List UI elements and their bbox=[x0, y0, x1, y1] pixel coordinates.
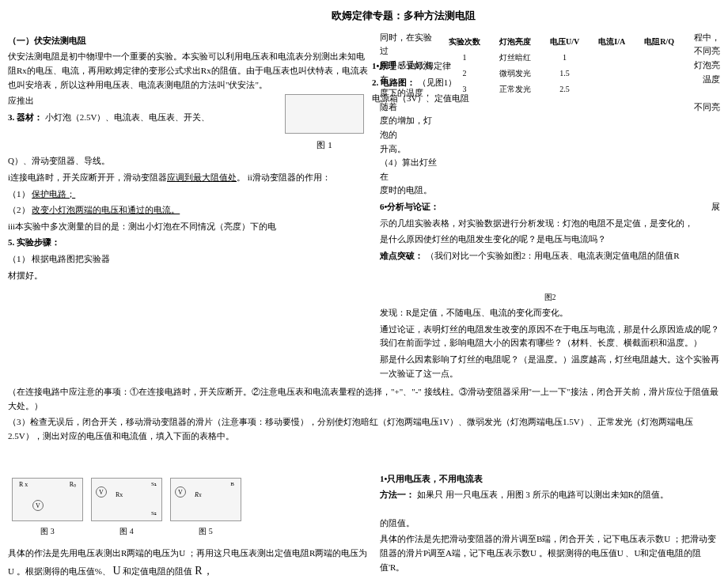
voltmeter-icon: V bbox=[32, 500, 44, 511]
cell: 1.5 bbox=[540, 66, 589, 81]
intro-text: 伏安法测电阻是初中物理中一个重要的实验。本实验可以利用电压表和电流表分别测出未知… bbox=[8, 50, 372, 92]
note1-label: （1） bbox=[8, 189, 30, 199]
circuit-text: （见图1） bbox=[418, 78, 457, 87]
method1-detail: 具体的作法是先用电压表测出R两端的电压为U ；再用这只电压表测出定值电阻R两端的… bbox=[8, 547, 372, 561]
note-iii: iii本实验中多次测量的目的是：测出小灯泡在不同情况（亮度）下的电 bbox=[8, 220, 372, 234]
ab-label: B bbox=[230, 480, 234, 489]
cell bbox=[589, 66, 635, 81]
circuit-label: 2. 电路图： bbox=[372, 78, 415, 87]
right-text2: 具体的作法是先把滑动变阻器的滑片调至B端，闭合开关，记下电压表示数U ；把滑动变… bbox=[380, 532, 720, 574]
conclusion2: 那是什么因素影响了灯丝的电阻呢？（是温度。）温度越高，灯丝电阻越大。这个实验再一… bbox=[380, 353, 720, 380]
rs-step4-label: （4）算出灯丝在 bbox=[380, 156, 439, 184]
fig2-label: 图2 bbox=[380, 291, 720, 304]
rs-end1: 程中， bbox=[692, 31, 720, 45]
note1-text: 保护电路； bbox=[32, 189, 75, 199]
rs-intro: 同时，在实验过 bbox=[380, 31, 439, 59]
rx-label-5: RX bbox=[195, 490, 202, 501]
note-i: i连接电路时，开关应断开开，滑动变阻器 bbox=[8, 172, 167, 182]
section-1-header: （一）伏安法测电阻 bbox=[8, 34, 372, 48]
sec6-1: 示的几组实验表格，对实验数据进行分析发现：灯泡的电阻不是定值，是变化的， bbox=[380, 217, 720, 231]
m1-calc1b: 和定值电阻的阻值 bbox=[123, 566, 192, 576]
rx-label: R x bbox=[19, 480, 28, 490]
r0-label: R₀ bbox=[70, 480, 76, 490]
cell bbox=[589, 81, 635, 97]
note-i-end: 。 ii滑动变阻器的作用： bbox=[237, 172, 331, 182]
principle-text: 由欧姆定律 bbox=[408, 61, 451, 70]
rs-intro5: 升高。 bbox=[380, 142, 439, 157]
table-header-row: 实验次数 灯泡亮度 电压U/V 电流I/A 电阻R/Q bbox=[439, 34, 684, 50]
page-title: 欧姆定律专题：多种方法测电阻 bbox=[87, 8, 720, 25]
method1-label: 方法一： bbox=[380, 490, 415, 499]
discover: 发现：R是定值，不随电压、电流的变化而变化。 bbox=[380, 306, 720, 320]
th-3: 电压U/V bbox=[540, 34, 589, 50]
fig1-label: 图 1 bbox=[277, 138, 372, 153]
voltmeter-icon: V bbox=[175, 486, 186, 498]
fig5-label: 图 5 bbox=[166, 525, 245, 538]
note2-text: 改变小灯泡两端的电压和通过的电流。 bbox=[32, 205, 180, 214]
fig3-label: 图 3 bbox=[8, 525, 87, 538]
th-1: 实验次数 bbox=[439, 34, 490, 50]
equipment-text3: Q）、滑动变阻器、导线。 bbox=[8, 154, 372, 168]
sec6-text: 展 bbox=[711, 200, 720, 214]
equipment-text2: 电源箱（3V）、定值电阻 bbox=[372, 92, 530, 106]
th-5: 电阻R/Q bbox=[635, 34, 684, 50]
equipment-label: 3. 器材： bbox=[8, 112, 43, 122]
note2-label: （2） bbox=[8, 205, 30, 214]
rs-end2: 不同亮 bbox=[692, 44, 720, 59]
m1-u: U bbox=[113, 565, 121, 577]
sec6-2: 是什么原因使灯丝的电阻发生变化的呢？是电压与电流吗？ bbox=[380, 233, 720, 247]
voltmeter-icon: V bbox=[96, 486, 107, 498]
rs-step4-text: 度时的电阻。 bbox=[380, 184, 439, 198]
circuit-diagram-1 bbox=[285, 94, 364, 134]
cell bbox=[635, 81, 684, 97]
s2-label: S₂ bbox=[151, 509, 157, 518]
step5-1-text: 根据电路图把实验器 bbox=[32, 254, 110, 263]
circuit-3: R x R₀ V bbox=[12, 478, 83, 521]
s1-label: S₁ bbox=[151, 480, 157, 489]
equipment-text: 小灯泡（2.5V）、电流表、电压表、开关、 bbox=[45, 112, 210, 122]
m1-calc1: U 。根据测得的电压值%、 bbox=[8, 566, 111, 576]
right-text1: 的阻值。 bbox=[380, 517, 720, 531]
conclusion: 通过论证，表明灯丝的电阻发生改变的原因不在于电压与电流，那是什么原因造成的呢？我… bbox=[380, 323, 720, 350]
warning-text: （在连接电路中应注意的事项：①在连接电路时，开关应断开。②注意电压表和电流表量程… bbox=[8, 385, 720, 413]
rx-label-4: Rx bbox=[116, 490, 123, 501]
rs-end5: 不同亮 bbox=[692, 100, 720, 115]
cell bbox=[635, 66, 684, 81]
method-header: 1•只用电压表，不用电流表 bbox=[380, 472, 720, 486]
step5-label: 5. 实验步骤： bbox=[8, 236, 372, 250]
th-2: 灯泡亮度 bbox=[490, 34, 540, 50]
step3-text: （3）检查无误后，闭合开关，移动滑动变阻器的滑片（注意事项：移动要慢），分别使灯… bbox=[8, 415, 720, 443]
fig4-label: 图 4 bbox=[87, 525, 166, 538]
difficult-text: （我们对比一个实验如图2：用电压表、电流表测定值电阻的阻值R bbox=[426, 251, 680, 260]
cell bbox=[589, 50, 635, 66]
cell: 2.5 bbox=[540, 81, 589, 97]
method1-text: 如果只 用一只电压表，用图 3 所示的电路可以测出未知R的阻值。 bbox=[417, 490, 669, 499]
difficult-label: 难点突破： bbox=[380, 251, 423, 260]
cell: 1 bbox=[540, 50, 589, 66]
note-i-underline: 应调到最大阻值处 bbox=[167, 172, 237, 182]
figure-1-box: 图 1 bbox=[277, 94, 372, 152]
rs-end4: 温度 bbox=[692, 73, 720, 87]
principle-label: 1•原理： bbox=[372, 61, 405, 70]
cell bbox=[635, 50, 684, 66]
th-4: 电流I/A bbox=[589, 34, 635, 50]
rs-intro4: 度的增加，灯泡的 bbox=[380, 114, 439, 142]
step5-1-end: 材摆好。 bbox=[8, 269, 372, 283]
sec6-label: 6•分析与论证： bbox=[380, 202, 439, 211]
rs-end3: 灯泡亮 bbox=[692, 59, 720, 73]
circuit-5: RX B V bbox=[170, 478, 241, 521]
step5-1-label: （1） bbox=[8, 254, 30, 263]
m1-r: R， bbox=[195, 565, 213, 577]
circuit-4: Rx S₁ S₂ V bbox=[91, 478, 162, 521]
